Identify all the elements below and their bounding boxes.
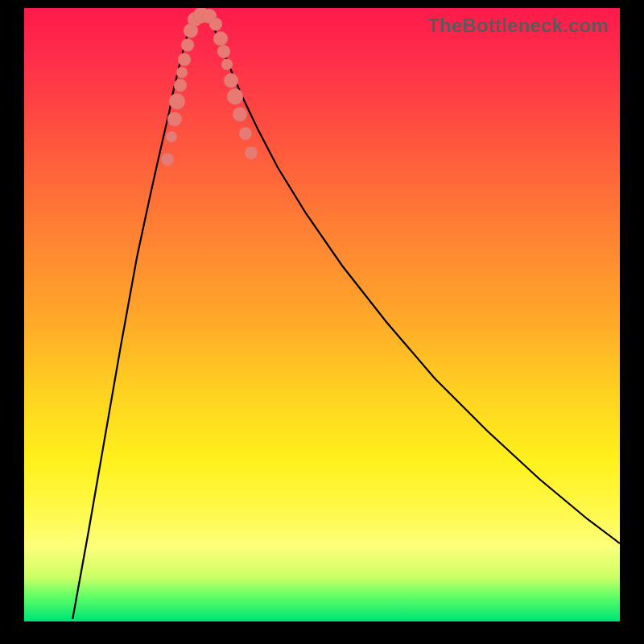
green-baseline	[24, 619, 620, 621]
data-marker	[227, 89, 243, 105]
data-marker	[181, 39, 194, 52]
chart-frame: TheBottleneck.com	[24, 8, 620, 620]
data-marker	[176, 67, 188, 78]
data-marker	[174, 79, 187, 92]
data-markers	[161, 8, 258, 166]
data-marker	[224, 73, 238, 88]
curve-left	[72, 20, 192, 620]
data-marker	[239, 127, 252, 140]
data-marker	[178, 53, 191, 66]
bottleneck-chart	[24, 8, 620, 620]
data-marker	[213, 31, 228, 46]
data-marker	[209, 18, 222, 31]
curve-right	[211, 20, 620, 543]
data-marker	[166, 131, 177, 142]
data-marker	[169, 93, 185, 109]
data-marker	[161, 153, 174, 166]
data-marker	[217, 45, 230, 58]
data-marker	[221, 59, 233, 70]
data-marker	[167, 112, 182, 126]
data-marker	[233, 107, 247, 122]
data-marker	[245, 147, 258, 159]
